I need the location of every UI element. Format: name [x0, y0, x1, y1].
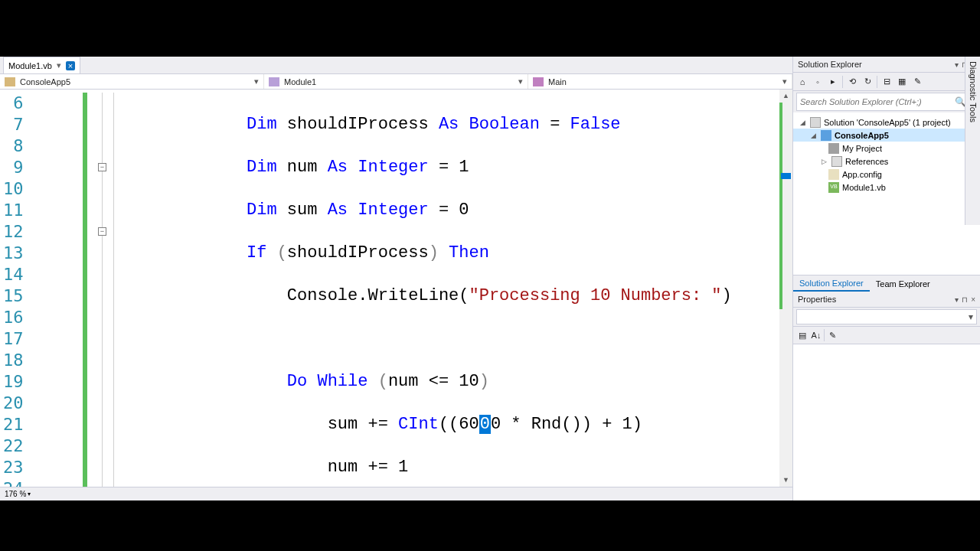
solution-explorer-toolbar: ⌂ ◦ ▸ ⟲ ↻ ⊟ ▦ ✎	[793, 73, 980, 91]
alphabetical-icon[interactable]: A↓	[810, 329, 822, 341]
properties-title-bar: Properties ▾ ⊓ ×	[793, 292, 980, 308]
explorer-tab-strip: Solution Explorer Team Explorer	[793, 275, 980, 292]
forward-icon[interactable]: ▸	[827, 76, 839, 88]
scroll-up-icon[interactable]: ▲	[779, 90, 792, 103]
solution-icon	[810, 117, 821, 128]
tree-node-references[interactable]: ▷ References	[793, 155, 980, 168]
pin-icon[interactable]: ▾	[57, 60, 61, 70]
tab-solution-explorer[interactable]: Solution Explorer	[793, 276, 870, 292]
expand-toggle-icon[interactable]: ◢	[798, 119, 807, 126]
expand-toggle-icon[interactable]: ▷	[819, 158, 828, 165]
panel-dropdown-icon[interactable]: ▾	[955, 60, 959, 69]
categorized-icon[interactable]: ▤	[796, 329, 808, 341]
tree-node-myproject[interactable]: My Project	[793, 142, 980, 155]
pin-icon[interactable]: ⊓	[962, 295, 968, 304]
vb-file-icon: VB	[828, 182, 839, 193]
properties-toolbar: ▤ A↓ ✎	[793, 326, 980, 344]
panel-title-label: Properties	[798, 295, 836, 304]
code-editor[interactable]: 6789 10111213 14151617 18192021 222324 −…	[0, 90, 792, 487]
nav-method-dropdown[interactable]: Main ▾	[528, 74, 792, 89]
refresh-icon[interactable]: ↻	[861, 76, 874, 88]
panel-dropdown-icon[interactable]: ▾	[955, 295, 959, 304]
tree-node-appconfig[interactable]: App.config	[793, 168, 980, 181]
solution-explorer-search[interactable]: 🔍 ▾	[796, 93, 977, 111]
search-input[interactable]	[800, 97, 955, 106]
properties-grid[interactable]	[793, 344, 980, 500]
project-icon	[5, 77, 15, 86]
fold-toggle-icon[interactable]: −	[98, 163, 106, 171]
panel-title-label: Solution Explorer	[798, 60, 862, 69]
module-icon	[269, 77, 279, 86]
property-pages-icon[interactable]: ✎	[826, 329, 838, 341]
chevron-down-icon: ▾	[28, 491, 31, 497]
chevron-down-icon: ▾	[254, 77, 259, 86]
nav-module-label: Module1	[284, 77, 316, 86]
side-tab-diagnostic-tools[interactable]: Diagnostic Tools	[965, 57, 980, 225]
zoom-dropdown[interactable]: 176 %	[5, 490, 26, 498]
tree-node-solution[interactable]: ◢ Solution 'ConsoleApp5' (1 project)	[793, 116, 980, 129]
chevron-down-icon: ▾	[518, 77, 523, 86]
caret-indicator	[781, 173, 791, 179]
tree-node-project[interactable]: ◢ ConsoleApp5	[793, 129, 980, 142]
navigation-dropdown-bar: ConsoleApp5 ▾ Module1 ▾ Main ▾	[0, 73, 792, 90]
editor-column: Module1.vb ▾ × ConsoleApp5 ▾ Module1 ▾ M…	[0, 57, 793, 500]
back-icon[interactable]: ◦	[812, 76, 824, 88]
close-icon[interactable]: ×	[971, 295, 975, 304]
document-tab-strip: Module1.vb ▾ ×	[0, 57, 792, 73]
config-file-icon	[828, 169, 839, 180]
chevron-down-icon: ▾	[969, 311, 973, 322]
outlining-margin: − −	[95, 90, 113, 487]
nav-project-dropdown[interactable]: ConsoleApp5 ▾	[0, 74, 264, 89]
nav-module-dropdown[interactable]: Module1 ▾	[264, 74, 528, 89]
nav-project-label: ConsoleApp5	[20, 77, 70, 86]
solution-explorer-title-bar: Solution Explorer ▾ ⊓ ×	[793, 57, 980, 73]
show-all-icon[interactable]: ▦	[896, 76, 908, 88]
chevron-down-icon: ▾	[782, 77, 787, 86]
line-number-gutter: 6789 10111213 14151617 18192021 222324	[0, 90, 51, 487]
nav-method-label: Main	[548, 77, 567, 86]
vb-project-icon	[821, 130, 831, 141]
change-indicator-bar	[83, 90, 87, 487]
editor-status-bar: 176 % ▾	[0, 487, 792, 500]
method-icon	[533, 77, 544, 86]
references-icon	[831, 156, 842, 167]
right-panel-column: Solution Explorer ▾ ⊓ × ⌂ ◦ ▸ ⟲ ↻ ⊟ ▦ ✎ …	[793, 57, 980, 500]
solution-tree[interactable]: ◢ Solution 'ConsoleApp5' (1 project) ◢ C…	[793, 112, 980, 275]
text-selection: 0	[479, 415, 491, 434]
document-tab-label: Module1.vb	[8, 61, 52, 70]
document-tab-module1[interactable]: Module1.vb ▾ ×	[3, 57, 80, 73]
vertical-scrollbar[interactable]: ▲ ▼	[779, 90, 792, 487]
tree-node-module1[interactable]: VB Module1.vb	[793, 181, 980, 194]
tab-team-explorer[interactable]: Team Explorer	[870, 276, 936, 292]
close-tab-icon[interactable]: ×	[66, 61, 75, 70]
scroll-down-icon[interactable]: ▼	[779, 474, 792, 487]
properties-object-dropdown[interactable]: ▾	[796, 309, 977, 324]
wrench-icon	[828, 143, 839, 154]
expand-toggle-icon[interactable]: ◢	[808, 132, 818, 139]
fold-toggle-icon[interactable]: −	[98, 227, 106, 236]
collapse-icon[interactable]: ⊟	[880, 76, 893, 88]
code-text-area[interactable]: Dim shouldIProcess As Boolean = False Di…	[165, 90, 792, 487]
properties-icon[interactable]: ✎	[911, 76, 923, 88]
home-icon[interactable]: ⌂	[796, 76, 808, 88]
sync-icon[interactable]: ⟲	[846, 76, 858, 88]
